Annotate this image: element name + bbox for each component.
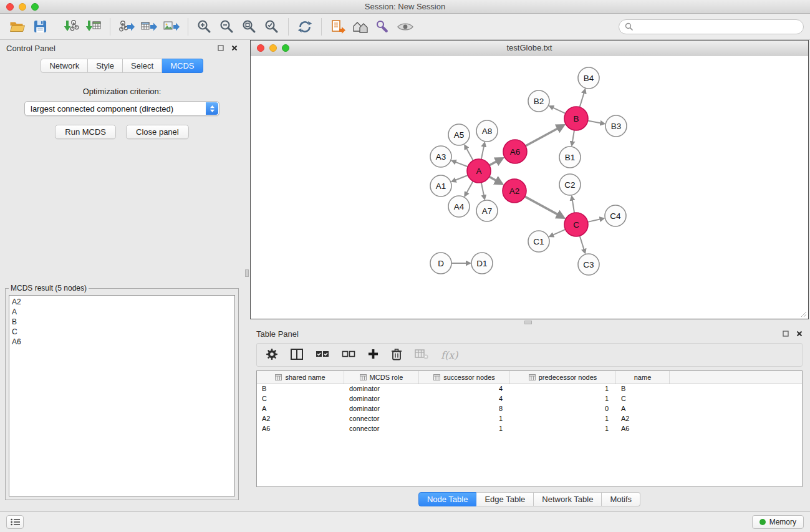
- graph-edge-B-B4[interactable]: [580, 92, 584, 107]
- table-cell: C: [257, 394, 344, 404]
- export-table-button[interactable]: [138, 17, 160, 37]
- network-canvas[interactable]: B4B2BB3A5A8A6B1A3AC2A1A2A4A7C4CC1C3DD1: [251, 56, 808, 319]
- run-mcds-button[interactable]: Run MCDS: [55, 125, 116, 139]
- graph-edge-B-B3[interactable]: [588, 121, 601, 123]
- float-table-panel-icon[interactable]: [783, 331, 789, 337]
- function-builder-button[interactable]: f(x): [441, 349, 458, 361]
- zoom-window-button[interactable]: [31, 3, 39, 11]
- mcds-result-list[interactable]: A2ABCA6: [9, 295, 235, 496]
- horizontal-splitter[interactable]: [250, 319, 809, 326]
- apply-layout-button[interactable]: [294, 17, 316, 37]
- add-row-button[interactable]: [368, 349, 378, 361]
- column-header-mcds-role[interactable]: MCDS role: [344, 371, 419, 384]
- graph-edge-C-C2[interactable]: [572, 200, 574, 213]
- task-history-button[interactable]: [6, 515, 24, 529]
- graph-node-label-A6: A6: [510, 147, 521, 157]
- zoom-out-button[interactable]: [216, 17, 238, 37]
- mcds-result-item[interactable]: A2: [12, 297, 232, 307]
- graph-edge-C-C1[interactable]: [552, 230, 565, 235]
- export-image-button[interactable]: [160, 17, 183, 37]
- graph-edge-C-C4[interactable]: [588, 219, 601, 222]
- export-network-button[interactable]: [115, 17, 138, 37]
- network-zoom-button[interactable]: [282, 44, 289, 52]
- minimize-window-button[interactable]: [19, 3, 26, 11]
- column-header-shared-name[interactable]: shared name: [257, 371, 344, 384]
- save-session-button[interactable]: [29, 17, 51, 37]
- graph-edge-A-A2[interactable]: [489, 177, 497, 181]
- close-table-panel-icon[interactable]: [796, 331, 803, 337]
- graph-edge-A-A5[interactable]: [466, 148, 473, 160]
- tab-edge-table[interactable]: Edge Table: [476, 492, 534, 506]
- zoom-fit-button[interactable]: [238, 17, 261, 37]
- import-table-button[interactable]: [82, 17, 105, 37]
- criterion-dropdown[interactable]: largest connected component (directed): [24, 101, 219, 116]
- toggle-graphics-details-button[interactable]: [394, 17, 417, 37]
- column-header-predecessor-nodes[interactable]: predecessor nodes: [510, 371, 616, 384]
- open-session-button[interactable]: [6, 17, 29, 37]
- graph-edge-C-C3[interactable]: [580, 236, 584, 249]
- close-panel-icon[interactable]: [231, 45, 238, 51]
- zoom-selected-button[interactable]: [261, 17, 283, 37]
- tab-network-table[interactable]: Network Table: [534, 492, 602, 506]
- network-minimize-button[interactable]: [269, 44, 277, 52]
- search-input[interactable]: [637, 22, 798, 31]
- table-cell: 1: [419, 414, 510, 424]
- column-browser-button[interactable]: [291, 349, 303, 362]
- column-header-successor-nodes[interactable]: successor nodes: [419, 371, 510, 384]
- table-row[interactable]: Cdominator41C: [257, 394, 802, 404]
- network-close-button[interactable]: [257, 44, 264, 52]
- graph-edge-B-B1[interactable]: [572, 130, 574, 142]
- splitter-handle[interactable]: [245, 269, 249, 277]
- column-header-name[interactable]: name: [616, 371, 670, 384]
- report-document-icon: [330, 19, 345, 34]
- splitter-handle[interactable]: [524, 321, 532, 324]
- mcds-result-item[interactable]: B: [12, 317, 232, 327]
- table-row[interactable]: Bdominator41B: [257, 384, 802, 394]
- tab-network[interactable]: Network: [41, 59, 88, 73]
- graph-edge-A-A3[interactable]: [455, 162, 468, 167]
- select-all-button[interactable]: [316, 350, 329, 360]
- column-label: shared name: [285, 374, 325, 381]
- graph-edge-A-A7[interactable]: [481, 183, 484, 196]
- tab-select[interactable]: Select: [123, 59, 162, 73]
- tab-motifs[interactable]: Motifs: [602, 492, 640, 506]
- mcds-result-item[interactable]: A6: [12, 337, 232, 347]
- graph-edge-B-B2[interactable]: [552, 107, 566, 114]
- search-box[interactable]: [619, 19, 804, 34]
- delete-table-button[interactable]: [415, 349, 428, 362]
- column-label: name: [634, 374, 652, 381]
- close-mcds-panel-button[interactable]: Close panel: [126, 125, 189, 139]
- table-row[interactable]: Adominator80A: [257, 404, 802, 414]
- tab-node-table[interactable]: Node Table: [418, 492, 477, 506]
- show-all-networks-button[interactable]: [349, 17, 372, 37]
- annotation-wand-button[interactable]: [372, 17, 394, 37]
- delete-row-button[interactable]: [391, 348, 402, 362]
- delete-table-icon: [415, 349, 428, 360]
- resize-grip-icon[interactable]: [801, 311, 807, 317]
- table-row[interactable]: A2connector11A2: [257, 414, 802, 424]
- open-report-button[interactable]: [327, 17, 349, 37]
- graph-edge-A-A4[interactable]: [466, 181, 473, 193]
- graph-edge-A-A6[interactable]: [489, 161, 498, 165]
- graph-node-label-C: C: [573, 220, 579, 230]
- graph-edge-A2-C[interactable]: [525, 196, 559, 215]
- tab-mcds[interactable]: MCDS: [162, 59, 203, 73]
- graph-edge-A6-B[interactable]: [526, 128, 559, 146]
- import-network-button[interactable]: [60, 17, 82, 37]
- vertical-splitter[interactable]: [244, 40, 250, 511]
- graph-edge-A-A8[interactable]: [481, 146, 484, 159]
- table-row[interactable]: A6connector11A6: [257, 424, 802, 434]
- close-window-button[interactable]: [6, 3, 14, 11]
- table-cell: 1: [510, 394, 616, 404]
- toolbar-separator: [321, 18, 322, 36]
- mcds-result-item[interactable]: C: [12, 327, 232, 337]
- memory-button[interactable]: Memory: [752, 515, 804, 529]
- table-settings-button[interactable]: [266, 348, 278, 362]
- mcds-result-item[interactable]: A: [12, 307, 232, 317]
- graph-edge-A-A1[interactable]: [455, 175, 468, 180]
- float-panel-icon[interactable]: [218, 45, 224, 51]
- tab-style[interactable]: Style: [88, 59, 123, 73]
- deselect-all-button[interactable]: [342, 350, 355, 360]
- zoom-in-button[interactable]: [193, 17, 216, 37]
- import-table-icon: [85, 19, 102, 34]
